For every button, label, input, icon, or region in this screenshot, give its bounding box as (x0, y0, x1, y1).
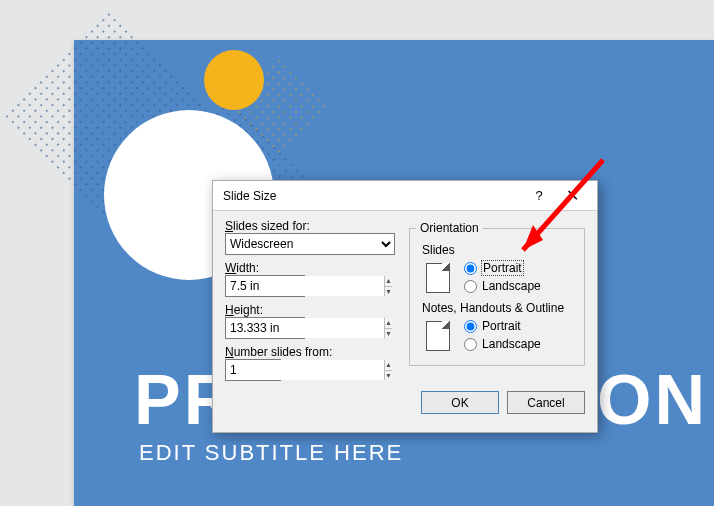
radio-label: Landscape (482, 337, 541, 351)
close-button[interactable]: ✕ (553, 181, 591, 211)
radio-label: Portrait (482, 319, 521, 333)
spinner-arrows[interactable]: ▲▼ (384, 360, 392, 380)
notes-orientation-group: Notes, Handouts & Outline Portrait Lands… (416, 301, 578, 351)
chevron-up-icon[interactable]: ▲ (385, 318, 392, 329)
spinner-arrows[interactable]: ▲▼ (384, 276, 392, 296)
slides-portrait-radio[interactable]: Portrait (464, 261, 541, 275)
slides-orientation-group: Slides Portrait Landscape (416, 243, 578, 293)
sized-for-dropdown[interactable]: Widescreen (225, 233, 395, 255)
slide-size-dialog: Slide Size ? ✕ Slides sized for: Widescr… (212, 180, 598, 433)
notes-group-label: Notes, Handouts & Outline (422, 301, 578, 315)
chevron-up-icon[interactable]: ▲ (385, 360, 392, 371)
decorative-circle (204, 50, 264, 110)
help-button[interactable]: ? (525, 181, 553, 211)
page-icon (426, 263, 450, 293)
sized-for-label: Slides sized for: (225, 219, 397, 233)
slides-group-label: Slides (422, 243, 578, 257)
spinner-arrows[interactable]: ▲▼ (384, 318, 392, 338)
orientation-legend: Orientation (416, 221, 483, 235)
orientation-fieldset: Orientation Slides Portrait Land (409, 221, 585, 366)
radio-label: Portrait (482, 261, 523, 275)
radio-label: Landscape (482, 279, 541, 293)
page-icon (426, 321, 450, 351)
width-stepper[interactable]: ▲▼ (225, 275, 305, 297)
notes-portrait-radio[interactable]: Portrait (464, 319, 541, 333)
number-from-input[interactable] (226, 360, 384, 380)
height-label: Height: (225, 303, 397, 317)
chevron-down-icon[interactable]: ▼ (385, 287, 392, 297)
width-label: Width: (225, 261, 397, 275)
dialog-titlebar[interactable]: Slide Size ? ✕ (213, 181, 597, 211)
width-input[interactable] (226, 276, 384, 296)
height-input[interactable] (226, 318, 384, 338)
number-from-stepper[interactable]: ▲▼ (225, 359, 281, 381)
notes-landscape-radio[interactable]: Landscape (464, 337, 541, 351)
chevron-down-icon[interactable]: ▼ (385, 329, 392, 339)
number-from-label: Number slides from: (225, 345, 397, 359)
slide-subtitle[interactable]: EDIT SUBTITLE HERE (139, 440, 403, 466)
chevron-down-icon[interactable]: ▼ (385, 371, 392, 381)
slides-landscape-radio[interactable]: Landscape (464, 279, 541, 293)
dialog-title: Slide Size (223, 181, 525, 211)
height-stepper[interactable]: ▲▼ (225, 317, 305, 339)
cancel-button[interactable]: Cancel (507, 391, 585, 414)
chevron-up-icon[interactable]: ▲ (385, 276, 392, 287)
ok-button[interactable]: OK (421, 391, 499, 414)
